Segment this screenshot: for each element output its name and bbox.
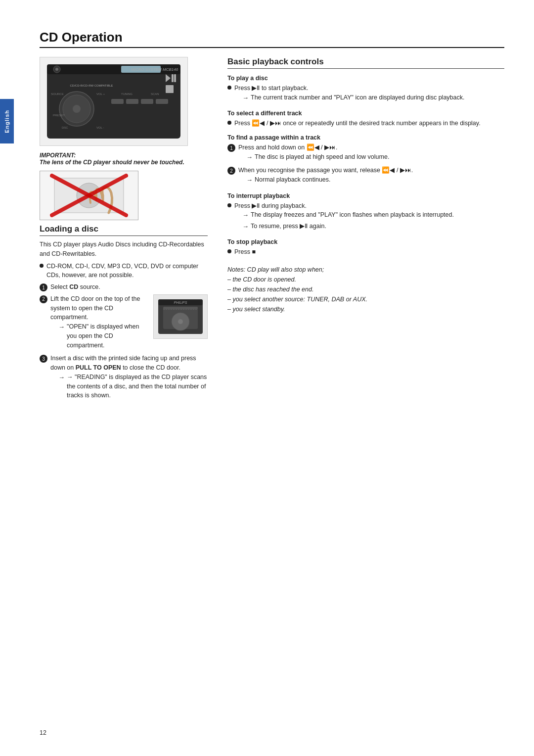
svg-text:VOL +: VOL + bbox=[96, 93, 105, 95]
interrupt-subheading: To interrupt playback bbox=[227, 192, 504, 199]
notes-item2: – the disc has reached the end. bbox=[227, 284, 504, 294]
arrow-symbol2: → bbox=[58, 373, 65, 382]
loading-step2-text: Lift the CD door on the top of the syste… bbox=[50, 295, 140, 321]
notes-item1: – the CD door is opened. bbox=[227, 275, 504, 284]
svg-text:SCAN: SCAN bbox=[151, 93, 159, 95]
notes-item3: – you select another source: TUNER, DAB … bbox=[227, 294, 504, 304]
svg-text:CD/CD-R/CD-RW COMPATIBLE: CD/CD-R/CD-RW COMPATIBLE bbox=[70, 84, 113, 87]
step2-arrow-text: "OPEN" is displayed when you open the CD… bbox=[67, 322, 148, 350]
find-step2-arrow: → Normal playback continues. bbox=[246, 175, 413, 185]
page-number: 12 bbox=[40, 729, 46, 736]
find-passage-step2: 2 When you recognise the passage you wan… bbox=[227, 166, 504, 186]
find-step1-text: Press and hold down on ⏪◀ / ▶⏭. bbox=[238, 144, 337, 151]
loading-step1: 1 Select CD source. bbox=[40, 283, 208, 292]
play-disc-subheading: To play a disc bbox=[227, 75, 504, 82]
play-disc-text: Press ▶Ⅱ to start playback. bbox=[234, 85, 308, 92]
interrupt-content: Press ▶Ⅱ during playback. → The display … bbox=[234, 201, 454, 233]
arrow-sym6: → bbox=[242, 210, 249, 220]
svg-text:SOURCE: SOURCE bbox=[51, 93, 64, 95]
play-disc-arrow1: → The current track number and "PLAY" ic… bbox=[242, 93, 464, 103]
select-track-dot bbox=[227, 121, 231, 125]
find-step2-content: When you recognise the passage you want,… bbox=[238, 166, 413, 186]
play-disc-arrow1-text: The current track number and "PLAY" icon… bbox=[251, 93, 464, 102]
interrupt-arrow2-text: To resume, press ▶Ⅱ again. bbox=[251, 222, 326, 231]
notes-section: Notes: CD play will also stop when; – th… bbox=[227, 265, 504, 314]
find-passage-subheading: To find a passage within a track bbox=[227, 134, 504, 141]
svg-rect-13 bbox=[156, 99, 168, 104]
select-track-section: To select a different track Press ⏪◀ / ▶… bbox=[227, 110, 504, 128]
sidebar-label: English bbox=[4, 110, 10, 133]
basic-playback-heading: Basic playback controls bbox=[227, 57, 504, 69]
no-touch-svg bbox=[44, 173, 134, 218]
loading-step2-container: PHILIPS 2 Lift the CD bbox=[40, 294, 208, 354]
stop-playback-section: To stop playback Press ■ bbox=[227, 238, 504, 257]
notes-item4: – you select standby. bbox=[227, 304, 504, 314]
play-disc-dot bbox=[227, 86, 231, 90]
important-box: IMPORTANT: The lens of the CD player sho… bbox=[40, 152, 208, 166]
stop-subheading: To stop playback bbox=[227, 238, 504, 245]
select-track-subheading: To select a different track bbox=[227, 110, 504, 117]
sidebar-english-tab: English bbox=[0, 99, 14, 143]
find-step1-arrow-text: The disc is played at high speed and low… bbox=[255, 152, 389, 162]
arrow-sym5: → bbox=[246, 175, 253, 185]
important-text: The lens of the CD player should never b… bbox=[40, 159, 184, 166]
svg-rect-34 bbox=[163, 307, 198, 309]
device-image: MICRO SYSTEM MCB146 CD/CD-R/CD-RW COMPAT… bbox=[40, 57, 188, 146]
svg-rect-17 bbox=[166, 85, 174, 93]
step2-svg: PHILIPS bbox=[156, 297, 205, 336]
find-step1-arrow: → The disc is played at high speed and l… bbox=[246, 152, 389, 162]
arrow-sym7: → bbox=[242, 222, 249, 232]
device-svg: MICRO SYSTEM MCB146 CD/CD-R/CD-RW COMPAT… bbox=[42, 59, 185, 143]
notes-label: Notes: CD play will also stop when; bbox=[227, 265, 504, 275]
arrow-sym3: → bbox=[242, 93, 249, 103]
select-track-bullet: Press ⏪◀ / ▶⏭ once or repeatedly until t… bbox=[227, 119, 504, 128]
svg-point-5 bbox=[55, 68, 58, 71]
step2-device-image: PHILIPS bbox=[153, 294, 208, 339]
loading-heading: Loading a disc bbox=[40, 224, 208, 236]
loading-step3-content: Insert a disc with the printed side faci… bbox=[50, 354, 208, 402]
interrupt-dot bbox=[227, 203, 231, 207]
interrupt-bullet: Press ▶Ⅱ during playback. → The display … bbox=[227, 201, 504, 233]
step3-number: 3 bbox=[40, 355, 47, 363]
svg-text:VOL -: VOL - bbox=[96, 126, 104, 129]
step3-arrow: → → "READING" is displayed as the CD pla… bbox=[58, 373, 208, 400]
stop-text: Press ■ bbox=[234, 247, 256, 257]
loading-bullet1-text: CD-ROM, CD-I, CDV, MP3 CD, VCD, DVD or c… bbox=[46, 262, 208, 281]
main-content: MICRO SYSTEM MCB146 CD/CD-R/CD-RW COMPAT… bbox=[40, 57, 504, 404]
svg-text:DSC: DSC bbox=[62, 126, 68, 129]
loading-step3: 3 Insert a disc with the printed side fa… bbox=[40, 354, 208, 402]
find-passage-section: To find a passage within a track 1 Press… bbox=[227, 134, 504, 187]
step3-arrow-text: → "READING" is displayed as the CD playe… bbox=[67, 373, 208, 400]
svg-rect-16 bbox=[174, 74, 176, 82]
interrupt-arrow2: → To resume, press ▶Ⅱ again. bbox=[242, 222, 454, 232]
find-step2-text: When you recognise the passage you want,… bbox=[238, 167, 413, 174]
svg-rect-15 bbox=[172, 74, 174, 82]
page-title: CD Operation bbox=[40, 30, 504, 48]
loading-step3-text: Insert a disc with the printed side faci… bbox=[50, 355, 196, 371]
interrupt-arrow1: → The display freezes and "PLAY" icon fl… bbox=[242, 210, 454, 220]
stop-dot bbox=[227, 249, 231, 253]
svg-rect-10 bbox=[111, 99, 124, 104]
loading-step2-content: Lift the CD door on the top of the syste… bbox=[50, 294, 148, 352]
loading-intro: This CD player plays Audio Discs includi… bbox=[40, 240, 208, 259]
svg-text:PRESET: PRESET bbox=[53, 114, 65, 117]
interrupt-arrow1-text: The display freezes and "PLAY" icon flas… bbox=[251, 210, 454, 220]
play-disc-content: Press ▶Ⅱ to start playback. → The curren… bbox=[234, 84, 464, 104]
page-container: English CD Operation MICRO SYSTEM MCB146 bbox=[0, 0, 534, 756]
find-passage-step1: 1 Press and hold down on ⏪◀ / ▶⏭. → The … bbox=[227, 143, 504, 163]
svg-point-37 bbox=[178, 319, 183, 324]
bullet-dot bbox=[40, 264, 44, 268]
loading-step1-text: Select CD source. bbox=[50, 283, 100, 292]
loading-section: Loading a disc This CD player plays Audi… bbox=[40, 224, 208, 402]
play-disc-section: To play a disc Press ▶Ⅱ to start playbac… bbox=[227, 75, 504, 104]
left-column: MICRO SYSTEM MCB146 CD/CD-R/CD-RW COMPAT… bbox=[40, 57, 208, 404]
find-step1-num: 1 bbox=[227, 144, 235, 152]
no-touch-image bbox=[40, 171, 138, 220]
play-disc-bullet: Press ▶Ⅱ to start playback. → The curren… bbox=[227, 84, 504, 104]
svg-text:MICRO SYSTEM MCB146: MICRO SYSTEM MCB146 bbox=[131, 67, 178, 72]
loading-step2: 2 Lift the CD door on the top of the sys… bbox=[40, 294, 148, 352]
stop-bullet: Press ■ bbox=[227, 247, 504, 257]
arrow-sym4: → bbox=[246, 152, 253, 162]
select-track-text: Press ⏪◀ / ▶⏭ once or repeatedly until t… bbox=[234, 119, 481, 128]
svg-rect-12 bbox=[141, 99, 153, 104]
